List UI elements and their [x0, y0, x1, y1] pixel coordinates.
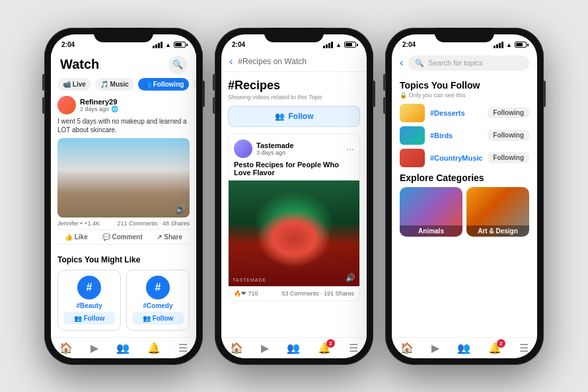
explore-title: Explore Categories — [400, 173, 529, 183]
search-button-1[interactable]: 🔍 — [168, 56, 187, 74]
follow-icon-beauty: 👥 — [74, 315, 82, 322]
nav-home-3[interactable]: 🏠 — [400, 342, 414, 354]
explore-card-art[interactable]: Art & Design — [466, 187, 529, 237]
topic-thumb-desserts — [400, 104, 425, 122]
watch-title: Watch — [60, 57, 99, 72]
video-thumbnail: TASTEMADE 🔊 — [229, 180, 359, 286]
follow-button-comedy[interactable]: 👥 Follow — [132, 312, 184, 325]
notification-badge-3: 2 — [497, 339, 505, 348]
nav-bell-1[interactable]: 🔔 — [147, 342, 161, 354]
back-button-3[interactable]: ‹ — [400, 57, 403, 69]
nav-bell-2[interactable]: 🔔2 — [318, 342, 331, 354]
avatar-refinery29 — [57, 96, 76, 114]
battery-2 — [344, 42, 356, 48]
signal-1 — [153, 42, 163, 48]
scene: 2:04 ▲ Watch 🔍 — [31, 15, 557, 378]
nav-watch-1[interactable]: ▶ — [91, 342, 98, 354]
phone-2: 2:04 ▲ ‹ #Recipes on Watch — [215, 28, 373, 365]
topic-row-desserts: #Desserts Following — [400, 104, 529, 122]
more-options-2[interactable]: ··· — [346, 143, 354, 154]
topic-name-countrymusic: #CountryMusic — [430, 154, 482, 162]
recipes-title: #Recipes — [228, 79, 360, 93]
topic-name-comedy: #Comedy — [143, 302, 172, 309]
topic-card-beauty: # #Beauty 👥 Follow — [57, 270, 121, 331]
explore-grid: Animals Art & Design — [400, 187, 529, 237]
post-author-1: Refinery29 2 days ago 🌐 — [57, 96, 190, 114]
tab-shows[interactable]: Sh… — [193, 78, 196, 91]
following-badge-countrymusic[interactable]: Following — [488, 152, 529, 163]
post-card-1: Refinery29 2 days ago 🌐 I went 5 days wi… — [51, 96, 196, 255]
topic-row-birds: #Birds Following — [400, 126, 529, 145]
wifi-icon-1: ▲ — [165, 42, 171, 48]
search-box-3[interactable]: 🔍 Search for topics — [408, 56, 529, 71]
topic-name-birds: #Birds — [430, 132, 453, 139]
follow-icon-comedy: 👥 — [143, 315, 151, 322]
recipes-header-title: #Recipes on Watch — [238, 57, 307, 66]
video-card-header: Tastemade 3 days ago ··· — [229, 134, 359, 161]
signal-3 — [494, 42, 503, 48]
post-image-1: 🔊 — [57, 138, 190, 217]
topics-header: ‹ 🔍 Search for topics — [392, 53, 537, 75]
tab-live[interactable]: 📹 Live — [57, 78, 91, 91]
explore-label-animals: Animals — [400, 225, 462, 237]
video-card-recipes: Tastemade 3 days ago ··· Pesto Recipes f… — [228, 134, 360, 301]
actions-row-1: 👍 Like 💬 Comment ↗ Share — [57, 229, 190, 245]
hashtag-icon-beauty: # — [77, 276, 101, 299]
battery-1 — [174, 42, 186, 48]
phone-3: 2:04 ▲ ‹ 🔍 — [385, 28, 544, 365]
notch-3 — [435, 28, 494, 42]
topic-thumb-birds — [400, 126, 425, 145]
nav-bell-3[interactable]: 🔔2 — [488, 342, 501, 354]
notch-1 — [94, 28, 153, 42]
share-button-1[interactable]: ↗ Share — [157, 233, 182, 241]
post-text-1: I went 5 days with no makeup and learned… — [57, 117, 190, 134]
watermark-label: TASTEMADE — [233, 278, 266, 282]
back-button-2[interactable]: ‹ — [229, 56, 233, 67]
video-reactions: 🔥❤ 710 53 Comments · 191 Shares — [229, 286, 359, 301]
video-title: Pesto Recipes for People Who Love Flavor — [229, 161, 359, 180]
nav-menu-1[interactable]: ☰ — [178, 342, 188, 354]
author-name-1: Refinery29 — [80, 98, 118, 106]
nav-watch-2[interactable]: ▶ — [261, 342, 269, 354]
nav-groups-1[interactable]: 👥 — [116, 342, 129, 354]
time-1: 2:04 — [61, 41, 75, 48]
recipes-subtitle: Showing videos related to this Topic — [228, 94, 360, 100]
topic-row-countrymusic: #CountryMusic Following — [400, 149, 529, 167]
topics-content: Topics You Follow 🔒 Only you can see thi… — [392, 75, 537, 337]
like-button-1[interactable]: 👍 Like — [65, 233, 88, 241]
nav-groups-3[interactable]: 👥 — [457, 342, 470, 354]
tab-following[interactable]: 👥 Following — [138, 78, 189, 91]
nav-groups-2[interactable]: 👥 — [287, 342, 300, 354]
topics-follow-sub: 🔒 Only you can see this — [400, 92, 529, 98]
topic-card-comedy: # #Comedy 👥 Follow — [126, 270, 190, 331]
avatar-tastemade — [234, 139, 252, 158]
comment-button-1[interactable]: 💬 Comment — [102, 233, 143, 241]
nav-home-1[interactable]: 🏠 — [59, 342, 73, 354]
following-badge-birds[interactable]: Following — [488, 130, 529, 141]
volume-icon-1: 🔊 — [176, 204, 186, 214]
follow-button-beauty[interactable]: 👥 Follow — [63, 312, 115, 325]
phone-1: 2:04 ▲ Watch 🔍 — [44, 28, 203, 365]
signal-2 — [323, 42, 333, 48]
recipes-follow-button[interactable]: 👥 Follow — [228, 106, 360, 127]
topic-name-desserts: #Desserts — [430, 109, 465, 117]
explore-card-animals[interactable]: Animals — [400, 187, 462, 237]
wifi-icon-3: ▲ — [506, 42, 512, 48]
hashtag-icon-comedy: # — [146, 276, 170, 299]
nav-menu-2[interactable]: ☰ — [349, 342, 358, 354]
nav-menu-3[interactable]: ☰ — [519, 342, 529, 354]
recipes-content: #Recipes Showing videos related to this … — [221, 72, 367, 337]
explore-label-art: Art & Design — [466, 225, 529, 237]
topics-cards-1: # #Beauty 👥 Follow # #Comedy 👥 — [57, 270, 190, 331]
notification-badge-2: 2 — [326, 339, 335, 348]
post-meta-1: 2 days ago 🌐 — [80, 106, 118, 112]
following-badge-desserts[interactable]: Following — [488, 107, 529, 118]
nav-watch-3[interactable]: ▶ — [431, 342, 439, 354]
time-2: 2:04 — [232, 41, 245, 48]
topic-thumb-countrymusic — [400, 149, 425, 167]
tab-music[interactable]: 🎵 Music — [95, 78, 134, 91]
topics-title-1: Topics You Might Like — [57, 255, 190, 264]
nav-home-2[interactable]: 🏠 — [230, 342, 243, 354]
topic-name-beauty: #Beauty — [77, 302, 102, 309]
bottom-nav-2: 🏠 ▶ 👥 🔔2 ☰ — [221, 337, 367, 358]
